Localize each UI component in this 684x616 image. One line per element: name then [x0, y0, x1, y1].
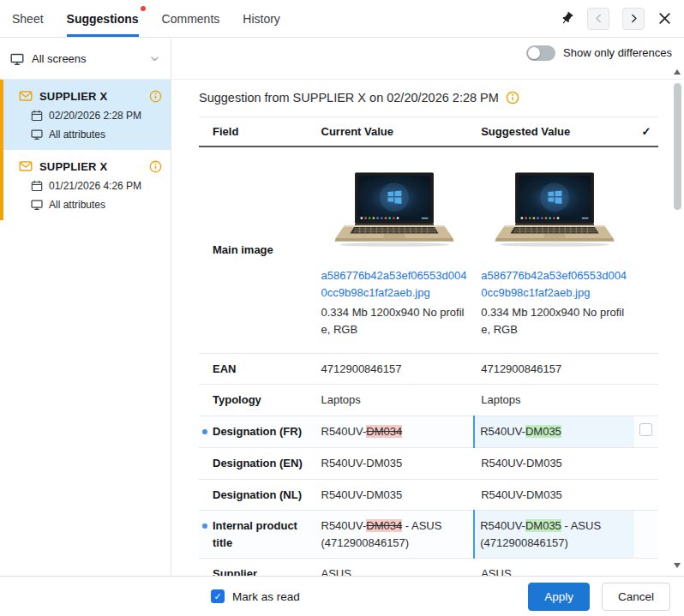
scrollbar-thumb[interactable]	[674, 83, 681, 210]
info-icon[interactable]	[149, 160, 162, 173]
tab-history-label: History	[243, 12, 280, 26]
field-cell: Internal product title	[199, 511, 315, 559]
suggested-value-cell: ASUS	[474, 559, 634, 576]
check-cell	[634, 416, 658, 448]
check-cell	[634, 353, 658, 385]
mark-as-read-label: Mark as read	[232, 590, 300, 603]
next-suggestion-button[interactable]	[622, 8, 645, 30]
laptop-image	[330, 171, 459, 254]
check-cell	[634, 511, 658, 559]
suggestion-date: 02/20/2026 2:28 PM	[49, 110, 141, 122]
image-filename-link[interactable]: a586776b42a53ef06553d0040cc9b98c1faf2aeb…	[321, 267, 468, 302]
field-cell: Designation (NL)	[199, 479, 315, 511]
pin-icon[interactable]	[560, 11, 574, 26]
supplier-name: SUPPLIER X	[39, 90, 142, 103]
table-row: Designation (EN)R540UV-DM035R540UV-DM035	[199, 448, 658, 480]
comparison-table: Field Current Value Suggested Value ✓ Ma…	[199, 117, 658, 576]
header-current-value: Current Value	[315, 117, 475, 147]
check-cell	[634, 385, 658, 416]
suggested-value-cell: R540UV-DM035	[474, 416, 634, 448]
panel-actions	[560, 0, 672, 37]
supplier-name: SUPPLIER X	[39, 160, 142, 173]
tab-bar: Sheet Suggestions Comments History	[0, 0, 684, 38]
field-label: Supplier	[213, 567, 257, 576]
select-all-check-icon[interactable]: ✓	[634, 117, 658, 147]
apply-button[interactable]: Apply	[528, 583, 590, 611]
value-text: 4712900846157	[321, 362, 402, 375]
show-differences-label: Show only differences	[563, 46, 672, 59]
product-image[interactable]	[330, 171, 459, 254]
current-value-cell: ASUS	[315, 559, 475, 576]
current-value-cell: R540UV-DM035	[315, 479, 475, 511]
calendar-icon	[31, 180, 43, 192]
suggested-value-cell: R540UV-DM035	[474, 448, 634, 480]
current-value-cell: 4712900846157	[315, 353, 475, 385]
value-text: 4712900846157	[481, 362, 561, 375]
tab-sheet[interactable]: Sheet	[12, 0, 44, 37]
header-suggested-value: Suggested Value	[474, 117, 634, 147]
field-cell: Main image	[199, 147, 315, 353]
screens-filter-label: All screens	[32, 52, 87, 65]
current-value-cell: R540UV-DM034	[315, 416, 475, 448]
changed-indicator-dot	[202, 523, 207, 529]
field-cell: EAN	[199, 353, 315, 385]
field-label: Main image	[213, 243, 273, 256]
mark-as-read-checkbox[interactable]	[211, 589, 225, 603]
cancel-button[interactable]: Cancel	[602, 583, 670, 611]
mark-as-read[interactable]: Mark as read	[211, 589, 300, 603]
removed-text: DM034	[366, 425, 402, 438]
chevron-right-icon	[628, 13, 639, 24]
comparison-table-body: Main imagea586776b42a53ef06553d0040cc9b9…	[199, 147, 658, 576]
tab-comments[interactable]: Comments	[162, 0, 220, 37]
screens-filter-dropdown[interactable]: All screens	[0, 39, 171, 80]
value-text: ASUS	[321, 567, 351, 576]
scroll-up-arrow-icon[interactable]	[674, 69, 681, 75]
scroll-down-arrow-icon[interactable]	[674, 563, 681, 568]
header-field: Field	[199, 117, 315, 147]
suggestion-card-2[interactable]: SUPPLIER X 01/21/2026 4:26 PM All attrib…	[0, 150, 171, 220]
tab-suggestions-label: Suggestions	[67, 12, 139, 26]
value-text: Laptops	[321, 393, 361, 406]
monitor-icon	[31, 199, 43, 211]
field-cell: Designation (EN)	[199, 448, 315, 480]
suggestion-detail: Show only differences Suggestion from SU…	[172, 39, 684, 576]
show-differences-toggle[interactable]	[526, 45, 555, 61]
toggle-knob	[528, 47, 540, 59]
info-icon[interactable]	[149, 90, 162, 103]
suggestions-panel: Sheet Suggestions Comments History All s…	[0, 0, 684, 616]
suggested-value-cell: a586776b42a53ef06553d0040cc9b98c1faf2aeb…	[474, 147, 634, 353]
scrollbar[interactable]	[671, 64, 683, 573]
close-icon[interactable]	[657, 11, 672, 26]
mail-icon	[19, 89, 33, 103]
image-block: a586776b42a53ef06553d0040cc9b98c1faf2aeb…	[481, 154, 627, 346]
tab-history[interactable]: History	[243, 0, 280, 37]
image-block: a586776b42a53ef06553d0040cc9b98c1faf2aeb…	[321, 154, 468, 346]
value-text: R540UV-	[321, 519, 367, 532]
current-value-cell: a586776b42a53ef06553d0040cc9b98c1faf2aeb…	[315, 147, 475, 353]
tab-suggestions[interactable]: Suggestions	[67, 0, 139, 37]
previous-suggestion-button[interactable]	[587, 8, 609, 30]
monitor-icon	[10, 52, 24, 66]
info-icon[interactable]	[506, 91, 519, 105]
field-cell: Typology	[199, 385, 315, 416]
row-select-checkbox[interactable]	[639, 423, 652, 436]
suggestion-date: 01/21/2026 4:26 PM	[49, 180, 141, 192]
suggestion-scope: All attributes	[49, 129, 105, 141]
suggestion-card-1[interactable]: SUPPLIER X 02/20/2026 2:28 PM All attrib…	[0, 80, 171, 150]
image-filename-link[interactable]: a586776b42a53ef06553d0040cc9b98c1faf2aeb…	[481, 267, 627, 302]
product-image[interactable]	[490, 171, 619, 254]
suggested-value-cell: Laptops	[474, 385, 634, 416]
chevron-left-icon	[593, 13, 604, 24]
value-text: R540UV-DM035	[481, 457, 562, 469]
check-cell	[634, 147, 658, 353]
table-row: SupplierASUSASUS	[199, 559, 658, 576]
image-meta: 0.334 Mb 1200x940 No profile, RGB	[481, 304, 627, 338]
added-text: DM035	[525, 425, 561, 438]
table-row: Designation (NL)R540UV-DM035R540UV-DM035	[199, 479, 658, 511]
page-title: Suggestion from SUPPLIER X on 02/20/2026…	[199, 91, 499, 105]
table-header-row: Field Current Value Suggested Value ✓	[199, 117, 658, 147]
field-label: Designation (FR)	[213, 425, 302, 438]
field-cell: Designation (FR)	[199, 416, 315, 448]
suggested-value-cell: 4712900846157	[474, 353, 634, 385]
field-label: Designation (NL)	[213, 488, 302, 501]
